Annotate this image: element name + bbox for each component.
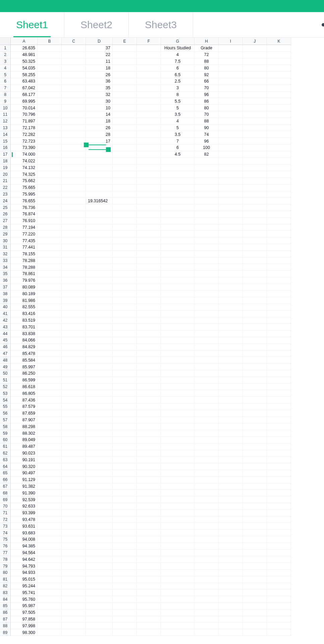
row-header[interactable]: 19	[0, 164, 11, 171]
cell-D13[interactable]: 26	[86, 125, 113, 131]
cell-F60[interactable]	[137, 437, 161, 443]
cell-D21[interactable]	[86, 178, 113, 184]
cell-E36[interactable]	[113, 277, 137, 284]
cell-B8[interactable]	[38, 92, 62, 98]
cell-H7[interactable]: 70	[195, 85, 219, 92]
cell-H42[interactable]	[195, 317, 219, 324]
cell-B57[interactable]	[38, 417, 62, 424]
cell-E27[interactable]	[113, 218, 137, 224]
cell-D49[interactable]	[86, 364, 113, 370]
cell-B13[interactable]	[38, 125, 62, 131]
cell-H64[interactable]	[195, 463, 219, 470]
cell-I79[interactable]	[219, 563, 243, 570]
cell-J35[interactable]	[243, 271, 267, 277]
row-header[interactable]: 83	[0, 589, 11, 596]
cell-B22[interactable]	[38, 184, 62, 191]
cell-F22[interactable]	[137, 184, 161, 191]
cell-B64[interactable]	[38, 463, 62, 470]
cell-I47[interactable]	[219, 351, 243, 357]
cell-B9[interactable]	[38, 98, 62, 105]
cell-I15[interactable]	[219, 138, 243, 145]
cell-A46[interactable]: 84.829	[11, 344, 38, 351]
cell-B34[interactable]	[38, 264, 62, 271]
cell-J56[interactable]	[243, 410, 267, 417]
row-header[interactable]: 12	[0, 118, 11, 125]
cell-G33[interactable]	[161, 258, 195, 264]
cell-I36[interactable]	[219, 277, 243, 284]
cell-J29[interactable]	[243, 231, 267, 237]
cell-K84[interactable]	[267, 596, 291, 603]
cell-C85[interactable]	[62, 603, 86, 609]
cell-H59[interactable]	[195, 430, 219, 437]
cell-I45[interactable]	[219, 337, 243, 344]
cell-C84[interactable]	[62, 596, 86, 603]
cell-J75[interactable]	[243, 536, 267, 543]
cell-A36[interactable]: 79.976	[11, 277, 38, 284]
cell-J25[interactable]	[243, 204, 267, 211]
cell-A80[interactable]: 94.933	[11, 570, 38, 576]
cell-F46[interactable]	[137, 344, 161, 351]
cell-H60[interactable]	[195, 437, 219, 443]
cell-A34[interactable]: 78.288	[11, 264, 38, 271]
cell-D37[interactable]	[86, 284, 113, 291]
col-header-G[interactable]: G	[161, 38, 195, 45]
cell-D23[interactable]	[86, 191, 113, 198]
cell-C47[interactable]	[62, 351, 86, 357]
cell-E83[interactable]	[113, 589, 137, 596]
cell-F25[interactable]	[137, 204, 161, 211]
cell-E58[interactable]	[113, 423, 137, 430]
cell-K28[interactable]	[267, 224, 291, 231]
cell-A81[interactable]: 95.015	[11, 576, 38, 583]
cell-D15[interactable]: 17	[86, 138, 113, 145]
cell-I24[interactable]	[219, 198, 243, 204]
cell-F40[interactable]	[137, 304, 161, 311]
cell-H58[interactable]	[195, 423, 219, 430]
cell-G69[interactable]	[161, 496, 195, 503]
cell-F24[interactable]	[137, 198, 161, 204]
row-header[interactable]: 22	[0, 184, 11, 191]
cell-D69[interactable]	[86, 496, 113, 503]
cell-B52[interactable]	[38, 384, 62, 390]
cell-J51[interactable]	[243, 377, 267, 384]
cell-J6[interactable]	[243, 78, 267, 85]
cell-D79[interactable]	[86, 563, 113, 570]
cell-K13[interactable]	[267, 125, 291, 131]
cell-C73[interactable]	[62, 523, 86, 530]
cell-I34[interactable]	[219, 264, 243, 271]
cell-K66[interactable]	[267, 477, 291, 483]
cell-F14[interactable]	[137, 131, 161, 138]
cell-I28[interactable]	[219, 224, 243, 231]
cell-H21[interactable]	[195, 178, 219, 184]
cell-A31[interactable]: 77.441	[11, 244, 38, 251]
cell-E55[interactable]	[113, 404, 137, 410]
cell-K19[interactable]	[267, 164, 291, 171]
cell-C66[interactable]	[62, 477, 86, 483]
cell-B3[interactable]	[38, 58, 62, 65]
cell-J14[interactable]	[243, 131, 267, 138]
cell-G39[interactable]	[161, 297, 195, 304]
cell-I53[interactable]	[219, 390, 243, 397]
cell-H5[interactable]: 92	[195, 71, 219, 78]
cell-G25[interactable]	[161, 204, 195, 211]
cell-J81[interactable]	[243, 576, 267, 583]
cell-A43[interactable]: 83.701	[11, 324, 38, 330]
cell-G44[interactable]	[161, 330, 195, 337]
cell-C1[interactable]	[62, 45, 86, 52]
cell-F75[interactable]	[137, 536, 161, 543]
cell-B38[interactable]	[38, 290, 62, 297]
cell-D27[interactable]	[86, 218, 113, 224]
cell-E10[interactable]	[113, 105, 137, 111]
cell-J13[interactable]	[243, 125, 267, 131]
cell-B6[interactable]	[38, 78, 62, 85]
cell-H10[interactable]: 80	[195, 105, 219, 111]
cell-A28[interactable]: 77.194	[11, 224, 38, 231]
cell-H45[interactable]	[195, 337, 219, 344]
cell-C30[interactable]	[62, 237, 86, 244]
row-header[interactable]: 81	[0, 576, 11, 583]
cell-K23[interactable]	[267, 191, 291, 198]
row-header[interactable]: 68	[0, 490, 11, 496]
cell-E75[interactable]	[113, 536, 137, 543]
cell-F81[interactable]	[137, 576, 161, 583]
cell-B39[interactable]	[38, 297, 62, 304]
col-header-B[interactable]: B	[38, 38, 62, 45]
